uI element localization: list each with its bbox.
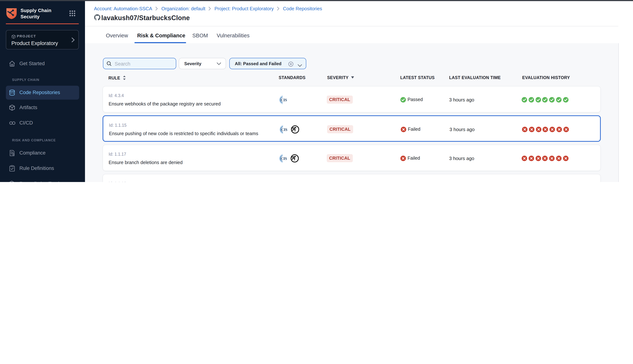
svg-text:CIS: CIS xyxy=(281,156,287,160)
svg-text:CIS: CIS xyxy=(281,128,287,132)
svg-text:CIS: CIS xyxy=(281,98,287,102)
